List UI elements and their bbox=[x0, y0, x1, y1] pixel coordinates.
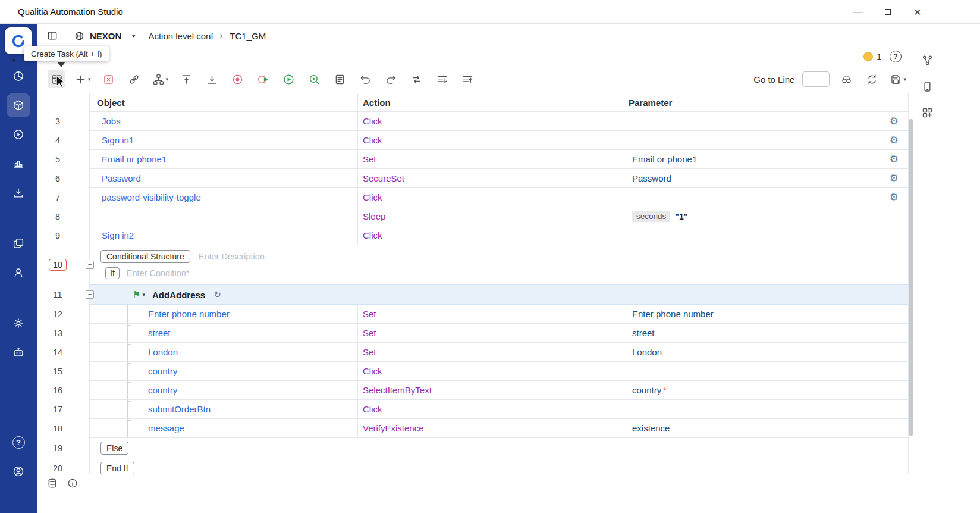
gear-icon[interactable]: ⚙ bbox=[890, 172, 899, 184]
object-cell[interactable]: country bbox=[90, 362, 357, 380]
logo-dropdown-caret-icon[interactable]: ▾ bbox=[12, 57, 16, 64]
action-name[interactable]: Set bbox=[363, 347, 376, 357]
object-name[interactable]: submitOrderBtn bbox=[148, 404, 211, 414]
object-cell[interactable]: password-visibility-toggle bbox=[90, 188, 357, 207]
object-name[interactable]: Email or phone1 bbox=[102, 154, 167, 164]
parameter-cell[interactable]: ⚙ bbox=[621, 131, 908, 149]
breadcrumb-parent-link[interactable]: Action level conf bbox=[148, 31, 213, 41]
gear-icon[interactable]: ⚙ bbox=[890, 191, 899, 204]
action-cell[interactable]: VerifyExistence bbox=[357, 419, 621, 437]
sidebar-item-execute[interactable] bbox=[7, 123, 30, 146]
row-number[interactable]: 14 bbox=[37, 343, 89, 362]
debug-run-button[interactable] bbox=[305, 70, 323, 88]
object-cell[interactable]: Sign in2 bbox=[90, 226, 357, 245]
parameter-cell[interactable]: London bbox=[621, 343, 908, 361]
close-button[interactable]: × bbox=[903, 0, 932, 24]
sidebar-item-help[interactable]: ? bbox=[7, 430, 30, 454]
column-header-parameter[interactable]: Parameter bbox=[621, 93, 908, 111]
undo-button[interactable] bbox=[356, 70, 374, 88]
gear-icon[interactable]: ⚙ bbox=[890, 115, 899, 127]
help-button[interactable]: ? bbox=[890, 51, 902, 62]
action-name[interactable]: Click bbox=[363, 192, 382, 202]
row-number[interactable]: 11 bbox=[37, 284, 89, 305]
object-cell[interactable]: Password bbox=[90, 169, 357, 187]
collapse-button[interactable]: − bbox=[86, 261, 94, 269]
record-play-button[interactable] bbox=[254, 70, 272, 88]
parameter-cell[interactable]: Email or phone1⚙ bbox=[621, 150, 908, 168]
maximize-button[interactable] bbox=[873, 0, 903, 24]
parameter-cell[interactable]: country* bbox=[621, 381, 908, 399]
conditional-structure-chip[interactable]: Conditional Structure bbox=[100, 250, 190, 263]
datastore-button[interactable] bbox=[46, 477, 58, 489]
row-number[interactable]: 3 bbox=[37, 112, 89, 131]
move-top-button[interactable] bbox=[177, 70, 195, 88]
credits-indicator[interactable]: 1 bbox=[863, 52, 881, 61]
mobile-device-button[interactable] bbox=[919, 79, 935, 94]
action-cell[interactable]: Click bbox=[357, 362, 621, 380]
parameter-cell[interactable]: seconds"1" bbox=[621, 207, 908, 226]
object-cell[interactable] bbox=[90, 207, 357, 226]
action-cell[interactable]: Set bbox=[357, 324, 621, 342]
sync-button[interactable] bbox=[863, 70, 881, 88]
sidebar-item-users[interactable] bbox=[7, 261, 30, 284]
row-number[interactable]: 20 bbox=[37, 458, 89, 474]
row-number[interactable]: 19 bbox=[37, 438, 89, 458]
object-name[interactable]: country bbox=[148, 385, 177, 395]
action-name[interactable]: Click bbox=[363, 366, 382, 376]
action-name[interactable]: Set bbox=[363, 328, 376, 338]
link-object-button[interactable] bbox=[125, 70, 143, 88]
sidebar-item-dashboard[interactable] bbox=[7, 64, 30, 88]
add-widget-button[interactable] bbox=[919, 105, 935, 120]
parameter-cell[interactable]: ⚙ bbox=[621, 188, 908, 207]
go-to-line-input[interactable] bbox=[802, 71, 830, 87]
object-name[interactable]: Enter phone number bbox=[148, 309, 230, 319]
object-cell[interactable]: street bbox=[90, 324, 357, 342]
row-number[interactable]: 13 bbox=[37, 324, 89, 343]
action-cell[interactable]: Set bbox=[357, 343, 621, 361]
action-cell[interactable]: Click bbox=[357, 226, 621, 245]
row-number[interactable]: 8 bbox=[37, 207, 89, 226]
project-selector[interactable]: NEXON ▾ bbox=[74, 30, 135, 42]
action-cell[interactable]: Click bbox=[357, 131, 621, 149]
row-number[interactable]: 4 bbox=[37, 131, 89, 150]
parameter-cell[interactable]: street bbox=[621, 324, 908, 342]
object-cell[interactable]: London bbox=[90, 343, 357, 361]
reorder-button[interactable] bbox=[407, 70, 425, 88]
else-chip[interactable]: Else bbox=[100, 442, 128, 455]
row-number[interactable]: 12 bbox=[37, 305, 89, 324]
row-number[interactable]: 17 bbox=[37, 400, 89, 419]
row-number[interactable]: 15 bbox=[37, 362, 89, 381]
sidebar-item-reports[interactable] bbox=[7, 152, 30, 176]
action-cell[interactable]: Click bbox=[357, 188, 621, 207]
task-expand-caret-icon[interactable]: ▾ bbox=[142, 292, 145, 298]
object-cell[interactable]: message bbox=[90, 419, 357, 437]
sidebar-item-profile[interactable] bbox=[7, 459, 30, 483]
object-cell[interactable]: Sign in1 bbox=[90, 131, 357, 149]
endif-chip[interactable]: End If bbox=[100, 462, 134, 474]
object-name[interactable]: password-visibility-toggle bbox=[102, 192, 201, 202]
run-button[interactable] bbox=[279, 70, 297, 88]
description-placeholder[interactable]: Enter Description bbox=[199, 252, 265, 261]
record-button[interactable] bbox=[228, 70, 246, 88]
expand-all-button[interactable] bbox=[458, 70, 476, 88]
parameter-cell[interactable] bbox=[621, 226, 908, 245]
branch-structure-button[interactable]: ▾ bbox=[151, 70, 170, 88]
parameter-cell[interactable] bbox=[621, 362, 908, 380]
add-step-button[interactable]: ▾ bbox=[73, 70, 92, 88]
action-cell[interactable]: Set bbox=[357, 150, 621, 168]
action-cell[interactable]: Sleep bbox=[357, 207, 621, 226]
steps-list-button[interactable] bbox=[331, 70, 348, 88]
object-cell[interactable]: submitOrderBtn bbox=[90, 400, 357, 418]
object-name[interactable]: Password bbox=[102, 173, 141, 183]
row-number[interactable]: 9 bbox=[37, 226, 89, 245]
sidebar-item-settings[interactable] bbox=[7, 311, 30, 335]
object-cell[interactable]: Email or phone1 bbox=[90, 150, 357, 168]
action-name[interactable]: Set bbox=[363, 309, 376, 319]
action-cell[interactable]: Click bbox=[357, 400, 621, 418]
parameter-cell[interactable] bbox=[621, 400, 908, 418]
parameter-cell[interactable]: existence bbox=[621, 419, 908, 437]
object-map-button[interactable] bbox=[919, 52, 935, 68]
row-number[interactable]: 5 bbox=[37, 150, 89, 169]
insert-task-button[interactable] bbox=[48, 70, 65, 88]
parameter-cell[interactable]: Enter phone number bbox=[621, 305, 908, 323]
